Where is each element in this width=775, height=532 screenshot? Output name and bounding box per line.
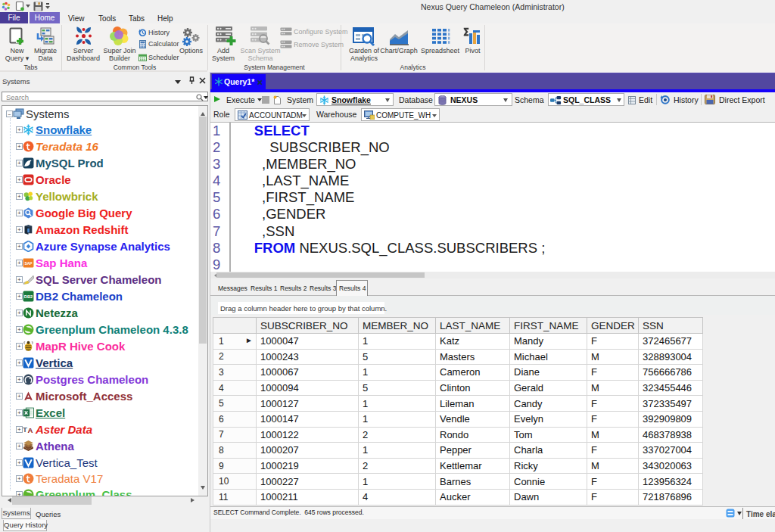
svg-text:T: T — [23, 425, 27, 434]
svg-text:SAP: SAP — [24, 262, 33, 266]
svg-text:DB2: DB2 — [24, 294, 33, 299]
svg-text:A: A — [27, 426, 33, 434]
